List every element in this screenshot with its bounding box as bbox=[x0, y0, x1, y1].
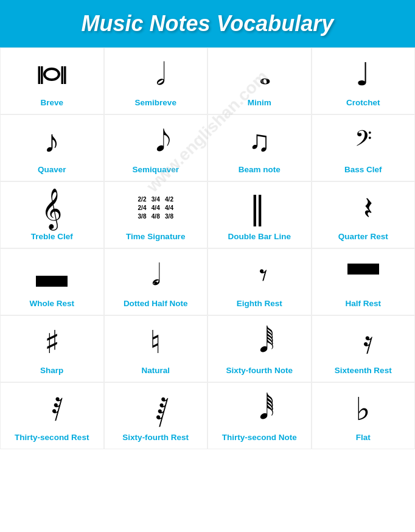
cell-half-rest: Half Rest bbox=[312, 248, 416, 315]
symbol-bass-clef: 𝄢 bbox=[355, 122, 372, 161]
label-sixty-fourth-note: Sixty-fourth Note bbox=[226, 366, 293, 376]
symbol-double-bar-line: ‖ bbox=[249, 189, 269, 228]
label-breve: Breve bbox=[40, 98, 63, 108]
cell-double-bar-line: ‖ Double Bar Line bbox=[208, 181, 312, 248]
cell-flat: ♭ Flat bbox=[312, 382, 416, 449]
page-title: Music Notes Vocabulary bbox=[6, 11, 409, 37]
cell-beam-note: ♫ Beam note bbox=[208, 114, 312, 181]
label-eighth-rest: Eighth Rest bbox=[237, 299, 282, 309]
cell-minim: 𝅝 Minim bbox=[208, 47, 312, 114]
label-whole-rest: Whole Rest bbox=[29, 299, 74, 309]
symbol-dotted-half-note: 𝅗𝅥. bbox=[152, 256, 159, 295]
label-flat: Flat bbox=[356, 433, 371, 443]
label-half-rest: Half Rest bbox=[345, 299, 381, 309]
cell-sixteenth-rest: 𝄿 Sixteenth Rest bbox=[312, 315, 416, 382]
cell-sharp: ♯ Sharp bbox=[0, 315, 104, 382]
cell-eighth-rest: 𝄾 Eighth Rest bbox=[208, 248, 312, 315]
label-thirty-second-note: Thirty-second Note bbox=[222, 433, 297, 443]
cell-quaver: ♪ Quaver bbox=[0, 114, 104, 181]
symbol-treble-clef: 𝄞 bbox=[41, 189, 62, 228]
label-natural: Natural bbox=[141, 366, 170, 376]
label-quarter-rest: Quarter Rest bbox=[338, 232, 388, 242]
cell-sixty-fourth-rest: 𝅁 Sixty-fourth Rest bbox=[104, 382, 208, 449]
cell-sixty-fourth-note: 𝅘𝅥𝅲 Sixty-fourth Note bbox=[208, 315, 312, 382]
label-thirty-second-rest: Thirty-second Rest bbox=[15, 433, 89, 443]
cell-quarter-rest: 𝄽 Quarter Rest bbox=[312, 181, 416, 248]
symbol-beam-note: ♫ bbox=[248, 122, 270, 161]
symbol-whole-rest bbox=[36, 256, 68, 295]
cell-treble-clef: 𝄞 Treble Clef bbox=[0, 181, 104, 248]
header: Music Notes Vocabulary bbox=[0, 0, 415, 47]
label-time-signature: Time Signature bbox=[126, 232, 185, 242]
cell-crotchet: ♩ Crotchet bbox=[312, 47, 416, 114]
symbol-sharp: ♯ bbox=[44, 323, 60, 362]
label-bass-clef: Bass Clef bbox=[344, 165, 382, 175]
cell-bass-clef: 𝄢 Bass Clef bbox=[312, 114, 416, 181]
cell-natural: ♮ Natural bbox=[104, 315, 208, 382]
label-crotchet: Crotchet bbox=[346, 98, 380, 108]
label-double-bar-line: Double Bar Line bbox=[228, 232, 291, 242]
symbol-time-signature: 2/2 3/4 4/2 2/4 4/4 4/4 3/8 4/8 3/8 bbox=[138, 189, 173, 228]
cell-breve: ‖ ‖ Breve bbox=[0, 47, 104, 114]
symbol-half-rest bbox=[347, 256, 379, 295]
label-minim: Minim bbox=[248, 98, 271, 108]
label-sharp: Sharp bbox=[40, 366, 63, 376]
cell-semiquaver: 𝅘𝅥𝅮 Semiquaver bbox=[104, 114, 208, 181]
cell-whole-rest: Whole Rest bbox=[0, 248, 104, 315]
label-treble-clef: Treble Clef bbox=[31, 232, 73, 242]
label-semiquaver: Semiquaver bbox=[132, 165, 179, 175]
cell-thirty-second-rest: 𝅀 Thirty-second Rest bbox=[0, 382, 104, 449]
symbol-flat: ♭ bbox=[355, 390, 371, 429]
symbol-quaver: ♪ bbox=[44, 122, 60, 161]
symbol-crotchet: ♩ bbox=[355, 55, 371, 94]
cell-time-signature: 2/2 3/4 4/2 2/4 4/4 4/4 3/8 4/8 3/8 Time… bbox=[104, 181, 208, 248]
label-sixty-fourth-rest: Sixty-fourth Rest bbox=[122, 433, 189, 443]
cell-dotted-half-note: 𝅗𝅥. Dotted Half Note bbox=[104, 248, 208, 315]
label-sixteenth-rest: Sixteenth Rest bbox=[335, 366, 392, 376]
label-quaver: Quaver bbox=[38, 165, 66, 175]
cell-semibreve: 𝅗𝅥 Semibreve bbox=[104, 47, 208, 114]
cell-thirty-second-note: 𝅘𝅥𝅱 Thirty-second Note bbox=[208, 382, 312, 449]
label-beam-note: Beam note bbox=[239, 165, 281, 175]
label-dotted-half-note: Dotted Half Note bbox=[124, 299, 188, 309]
symbol-natural: ♮ bbox=[150, 323, 161, 362]
symbol-breve: ‖ ‖ bbox=[36, 55, 68, 94]
music-notes-grid: ‖ ‖ Breve 𝅗𝅥 Semibreve 𝅝 Minim ♩ Crotche… bbox=[0, 47, 415, 449]
label-semibreve: Semibreve bbox=[135, 98, 176, 108]
